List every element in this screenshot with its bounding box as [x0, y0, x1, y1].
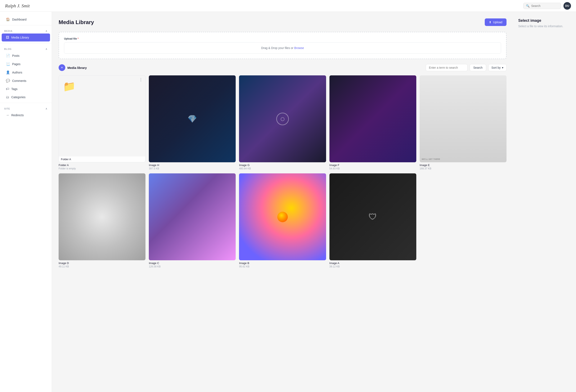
media-name: Folder A — [58, 164, 145, 167]
shield-icon: 🛡 — [369, 212, 377, 222]
sidebar-item-label: Dashboard — [12, 18, 27, 21]
sidebar-section-blog: BLOG ∧ — [0, 45, 52, 51]
library-title-area: + Media library — [58, 64, 87, 71]
sidebar: 🏠 Dashboard MEDIA ∧ 🖼 Media Library BLOG… — [0, 12, 52, 392]
upload-label: Upload file * — [64, 37, 501, 40]
circle-icon: ○ — [276, 113, 289, 125]
right-panel: Select image Select a file to view its i… — [513, 12, 576, 392]
drop-zone[interactable]: Drag & Drop your files or Browse — [64, 42, 501, 54]
sidebar-item-posts[interactable]: 📄 Posts — [2, 52, 50, 60]
media-name: Image D — [58, 262, 145, 265]
comments-icon: 💬 — [6, 79, 10, 83]
media-search-button[interactable]: Search — [470, 64, 486, 71]
image-thumbnail — [149, 173, 236, 260]
page-title: Media Library — [58, 19, 94, 26]
image-thumbnail: 🛡 — [329, 173, 416, 260]
sidebar-item-redirects[interactable]: → Redirects — [2, 111, 50, 119]
library-actions: Search Sort by ▾ — [426, 64, 507, 71]
browse-link[interactable]: Browse — [294, 46, 304, 50]
sidebar-item-comments[interactable]: 💬 Comments — [2, 77, 50, 85]
posts-icon: 📄 — [6, 54, 10, 58]
sidebar-item-media-library[interactable]: 🖼 Media Library — [2, 33, 50, 41]
list-item[interactable]: Image B 95.62 KB — [239, 173, 326, 268]
folder-menu-button[interactable]: ⋮ — [138, 77, 144, 82]
list-item[interactable]: Image F 54.93 KB — [329, 75, 416, 170]
sidebar-divider-2 — [0, 43, 52, 43]
tags-icon: 🏷 — [6, 87, 9, 91]
sort-by-label: Sort by — [491, 66, 501, 69]
right-panel-title: Select image — [518, 18, 571, 23]
sphere-shape — [277, 212, 288, 222]
required-star: * — [77, 37, 79, 40]
header-search-box[interactable]: 🔍 — [523, 3, 561, 9]
sidebar-divider — [0, 25, 52, 25]
chevron-up-icon-2: ∧ — [45, 48, 48, 51]
sidebar-item-label: Pages — [12, 62, 21, 66]
upload-area: Upload file * Drag & Drop your files or … — [58, 32, 507, 59]
media-name: Image H — [149, 164, 236, 167]
upload-button-label: Upload — [493, 21, 502, 24]
image-thumbnail — [329, 75, 416, 162]
list-item[interactable]: ○ Image G 480.84 KB — [239, 75, 326, 170]
image-thumbnail — [239, 173, 326, 260]
sidebar-item-tags[interactable]: 🏷 Tags — [2, 85, 50, 93]
list-item[interactable]: 📁 ⋮ Folder A Folder A Folder is empty — [58, 75, 145, 170]
add-media-button[interactable]: + — [58, 64, 65, 71]
list-item[interactable]: Image C 126.58 KB — [149, 173, 236, 268]
sidebar-item-label: Authors — [12, 71, 22, 74]
page-header: Media Library ⬆ Upload — [58, 18, 507, 26]
gem-icon: 💎 — [188, 115, 197, 123]
media-size: 480.84 KB — [239, 167, 326, 170]
app-body: 🏠 Dashboard MEDIA ∧ 🖼 Media Library BLOG… — [0, 12, 576, 392]
sidebar-section-site: SITE ∧ — [0, 105, 52, 111]
sidebar-item-pages[interactable]: 📃 Pages — [2, 60, 50, 68]
authors-icon: 👤 — [6, 70, 10, 74]
media-size: 397.5 KB — [149, 167, 236, 170]
media-name: Image C — [149, 262, 236, 265]
media-subtitle: Folder is empty — [58, 167, 145, 170]
image-thumbnail — [58, 173, 145, 260]
chevron-up-icon: ∧ — [45, 30, 48, 32]
upload-button[interactable]: ⬆ Upload — [485, 18, 507, 26]
sidebar-section-media: MEDIA ∧ — [0, 27, 52, 33]
library-toolbar: + Media library Search Sort by ▾ — [58, 64, 507, 71]
main-content: Media Library ⬆ Upload Upload file * Dra… — [52, 12, 513, 392]
sidebar-item-authors[interactable]: 👤 Authors — [2, 68, 50, 76]
chevron-up-icon-3: ∧ — [45, 107, 48, 110]
folder-icon: 📁 — [63, 81, 76, 92]
media-size: 39.12 KB — [329, 265, 416, 268]
image-thumbnail: 💎 — [149, 75, 236, 162]
image-text: WE'LL GET THERE — [422, 158, 440, 160]
sidebar-item-label: Redirects — [11, 114, 24, 117]
list-item[interactable]: Image D 49.11 KB — [58, 173, 145, 268]
media-size: 54.93 KB — [329, 167, 416, 170]
media-size: 95.62 KB — [239, 265, 326, 268]
sort-by-button[interactable]: Sort by ▾ — [488, 64, 507, 71]
folder-thumbnail: 📁 ⋮ Folder A — [58, 75, 145, 162]
header: Ralph J. Smit 🔍 DU — [0, 0, 576, 12]
media-size: 126.58 KB — [149, 265, 236, 268]
upload-icon: ⬆ — [489, 21, 491, 24]
media-name: Image G — [239, 164, 326, 167]
sidebar-item-dashboard[interactable]: 🏠 Dashboard — [2, 15, 50, 24]
list-item[interactable]: 💎 Image H 397.5 KB — [149, 75, 236, 170]
sidebar-item-label: Categories — [11, 95, 26, 99]
media-size: 49.11 KB — [58, 265, 145, 268]
sidebar-item-label: Tags — [11, 87, 18, 91]
image-thumbnail: WE'LL GET THERE — [420, 75, 507, 162]
image-thumbnail: ○ — [239, 75, 326, 162]
media-size: 168.37 KB — [420, 167, 507, 170]
media-search-input[interactable] — [426, 64, 468, 71]
list-item[interactable]: WE'LL GET THERE Image E 168.37 KB — [420, 75, 507, 170]
avatar[interactable]: DU — [563, 2, 571, 10]
media-name: Image F — [329, 164, 416, 167]
sidebar-item-label: Media Library — [11, 36, 29, 39]
list-item[interactable]: 🛡 Image A 39.12 KB — [329, 173, 416, 268]
header-search-icon: 🔍 — [526, 4, 530, 7]
sidebar-item-categories[interactable]: 🗂 Categories — [2, 93, 50, 101]
sidebar-divider-3 — [0, 103, 52, 103]
redirects-icon: → — [6, 113, 9, 117]
header-search-input[interactable] — [531, 4, 558, 7]
folder-name-overlay: Folder A — [59, 156, 145, 162]
sidebar-item-label: Comments — [12, 79, 26, 83]
